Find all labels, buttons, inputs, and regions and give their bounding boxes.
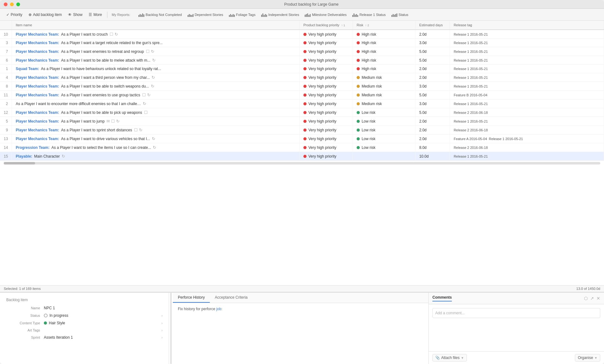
checkbox-icon[interactable]: ☐	[146, 49, 150, 54]
col-num	[0, 21, 12, 30]
col-release-tag: Release tag	[450, 21, 604, 30]
spinner-icon[interactable]: ↻	[62, 154, 65, 159]
backlog-table: Item name Product backlog priority ↑ 1 R…	[0, 21, 604, 161]
table-row[interactable]: 13Player Mechanics Team:As a Player I wa…	[0, 134, 604, 143]
detail-field-value[interactable]: Assets Iteration 1›	[44, 335, 163, 340]
total-estimate: 13.0 of 1450.0d	[576, 287, 600, 291]
spinner-icon[interactable]: ↻	[153, 145, 156, 150]
table-row[interactable]: 15Playable:Main Character↻Very high prio…	[0, 152, 604, 161]
table-row[interactable]: 9Player Mechanics Team:As a Player I wan…	[0, 126, 604, 134]
organise-button[interactable]: Organise ▼	[575, 354, 600, 361]
list-icon: ☰	[89, 13, 92, 17]
table-row[interactable]: 7Player Mechanics Team:As a Player I wan…	[0, 47, 604, 56]
detail-field-label: Name	[6, 306, 44, 310]
row-est-days: 2.0d	[415, 65, 450, 73]
perforce-link[interactable]: job	[216, 307, 221, 311]
table-row[interactable]: 14Progression Team:As a Player I want to…	[0, 143, 604, 152]
priority-label: Very high priority	[308, 67, 336, 71]
spinner-icon[interactable]: ↻	[152, 75, 155, 80]
tab-foliage-tags[interactable]: Foliage Tags	[226, 11, 258, 18]
table-row[interactable]: 11Player Mechanics Team:As a Player I wa…	[0, 91, 604, 99]
col-priority[interactable]: Product backlog priority ↑ 1	[299, 21, 353, 30]
detail-field-arrow[interactable]: ›	[162, 336, 163, 339]
table-row[interactable]: 6Player Mechanics Team:As a Player I wan…	[0, 56, 604, 65]
close-icon[interactable]: ✕	[596, 296, 600, 301]
checkbox-icon[interactable]: ☐	[142, 93, 146, 97]
tab-backlog-not-completed[interactable]: Backlog Not Completed	[136, 11, 184, 18]
spinner-icon[interactable]: ↻	[139, 128, 142, 132]
tab-status[interactable]: Status	[389, 11, 411, 18]
table-row[interactable]: 5Player Mechanics Team:As a Player I wan…	[0, 117, 604, 126]
row-risk: Medium risk	[353, 82, 415, 91]
row-item-name: Player Mechanics Team:As a Player I want…	[12, 117, 300, 126]
risk-label: Medium risk	[362, 102, 382, 106]
attach-files-button[interactable]: 📎 Attach files ▼	[432, 354, 467, 361]
detail-field-arrow[interactable]: ›	[162, 314, 163, 317]
row-est-days: 5.0d	[415, 108, 450, 117]
add-backlog-button[interactable]: ⊕ Add backlog item	[26, 11, 64, 18]
more-button[interactable]: ☰ More	[86, 11, 104, 18]
mail-icon[interactable]: ✉	[106, 119, 110, 124]
table-row[interactable]: 4Player Mechanics Team:As a Player I wan…	[0, 73, 604, 82]
col-risk[interactable]: Risk ↑ 2	[353, 21, 415, 30]
horizontal-scrollbar[interactable]	[4, 162, 600, 164]
checkbox-icon[interactable]: ☐	[111, 119, 115, 124]
detail-field-value[interactable]: In progress›	[44, 313, 163, 318]
table-row[interactable]: 3Player Mechanics Team:As a Player I wan…	[0, 39, 604, 47]
detail-field-text: Hair Style	[49, 321, 65, 325]
row-number: 11	[0, 91, 12, 99]
team-label: Player Mechanics Team:	[16, 110, 59, 115]
detail-panel: Backlog item NameNPC 1StatusIn progress›…	[0, 293, 169, 364]
release-tag: Release 2 2016-06-18	[454, 111, 488, 114]
tab-release-1-status[interactable]: Release 1 Status	[350, 11, 388, 18]
tab-acceptance-criteria[interactable]: Acceptance Criteria	[210, 293, 253, 303]
detail-field-arrow[interactable]: ›	[162, 321, 163, 325]
spinner-icon[interactable]: ↻	[152, 136, 155, 141]
table-row[interactable]: 8Player Mechanics Team:As a Player I wan…	[0, 82, 604, 91]
detail-field-arrow[interactable]: ›	[162, 329, 163, 332]
detail-scrollbar[interactable]	[170, 293, 172, 364]
row-item-name: As a Player I want to encounter more dif…	[12, 99, 300, 108]
table-row[interactable]: 12Player Mechanics Team:As a Player I wa…	[0, 108, 604, 117]
table-row[interactable]: 2As a Player I want to encounter more di…	[0, 99, 604, 108]
show-button[interactable]: 👁 Show	[65, 11, 85, 18]
spinner-icon[interactable]: ↻	[143, 101, 146, 106]
comment-input[interactable]: Add a comment...	[432, 308, 600, 318]
priority-button[interactable]: ✓ Priority	[4, 11, 25, 18]
tab-milestone-deliverables[interactable]: Milestone Deliverables	[302, 11, 349, 18]
item-text: As a Player I want a third person view f…	[61, 75, 150, 80]
external-link-icon[interactable]: ↗	[590, 296, 594, 301]
detail-field-row: StatusIn progress›	[6, 313, 163, 318]
item-text: As a Player I want a target reticule rel…	[61, 41, 163, 45]
maximize-button[interactable]	[16, 3, 20, 6]
item-text: As a Player I want to be able to pick up…	[61, 110, 142, 115]
checkbox-icon[interactable]: ☐	[134, 128, 138, 132]
spinner-icon[interactable]: ↻	[151, 49, 154, 54]
checkbox-icon[interactable]: ☐	[110, 32, 113, 37]
checkbox-icon[interactable]: ☐	[144, 110, 148, 115]
tab-perforce-history[interactable]: Perforce History	[173, 293, 210, 303]
spinner-icon[interactable]: ↻	[147, 93, 151, 97]
table-row[interactable]: 10Player Mechanics Team:As a Player I wa…	[0, 30, 604, 39]
risk-dot	[357, 59, 360, 62]
detail-field-value[interactable]: Hair Style›	[44, 321, 163, 325]
close-button[interactable]	[4, 3, 8, 6]
spinner-icon[interactable]: ↻	[152, 58, 156, 63]
row-priority: Very high priority	[299, 108, 353, 117]
row-item-name: Player Mechanics Team:As a Player I want…	[12, 73, 300, 82]
tab-dependent-stories[interactable]: Dependent Stories	[185, 11, 226, 18]
spinner-icon[interactable]: ↻	[115, 32, 118, 37]
item-text: As a Player I want to drive various vehi…	[61, 137, 150, 141]
minimize-button[interactable]	[10, 3, 14, 6]
table-row[interactable]: 1Squad Team:As a Player I want to have b…	[0, 65, 604, 73]
spinner-icon[interactable]: ↻	[116, 119, 120, 124]
spinner-icon[interactable]: ↻	[151, 84, 154, 88]
detail-field-value[interactable]: ›	[44, 329, 163, 332]
priority-dot	[303, 85, 307, 88]
expand-icon[interactable]: ⬡	[584, 296, 588, 301]
row-est-days: 3.0d	[415, 82, 450, 91]
tab-independent-stories[interactable]: Independent Stories	[259, 11, 302, 18]
row-item-name: Player Mechanics Team:As a Player I want…	[12, 134, 300, 143]
team-label: Player Mechanics Team:	[16, 41, 59, 45]
table-area[interactable]: Item name Product backlog priority ↑ 1 R…	[0, 21, 604, 286]
